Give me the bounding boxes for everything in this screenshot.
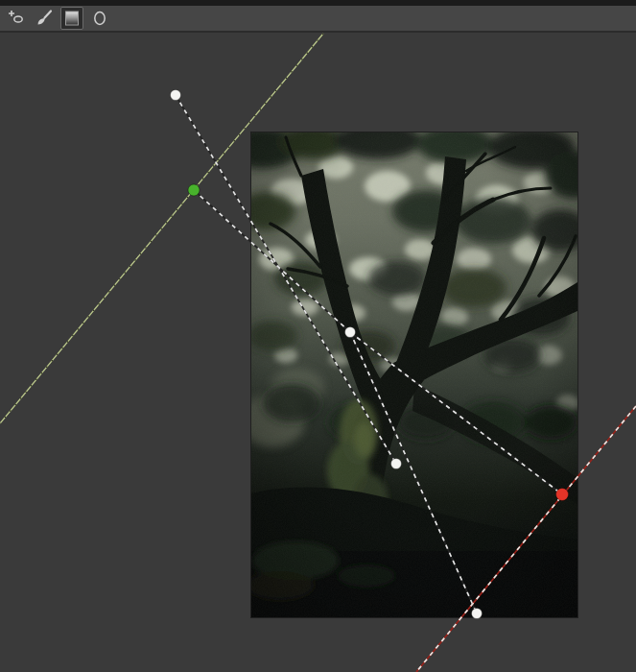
pin-tool-button[interactable] xyxy=(5,7,28,30)
gradient-square-icon xyxy=(63,10,81,27)
plus-pin-icon xyxy=(7,9,26,28)
brush-icon xyxy=(35,9,54,28)
linear-gradient-tool-button[interactable] xyxy=(60,7,83,30)
ellipse-icon xyxy=(90,9,109,28)
tree-photo-artwork xyxy=(251,132,577,617)
photo-image[interactable] xyxy=(251,132,577,617)
brush-tool-button[interactable] xyxy=(33,7,56,30)
tool-options-bar xyxy=(0,6,636,33)
app-window xyxy=(0,0,636,672)
radial-gradient-tool-button[interactable] xyxy=(88,7,111,30)
